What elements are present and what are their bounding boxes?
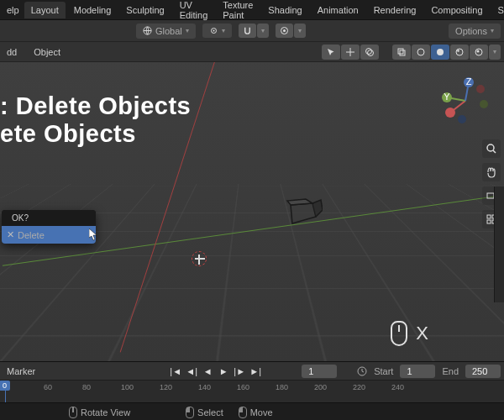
tab-uv-editing[interactable]: UV Editing — [173, 0, 215, 24]
snap-toggle[interactable] — [239, 24, 256, 38]
jump-start-button[interactable]: |◄ — [168, 365, 183, 378]
play-reverse-button[interactable]: ◄ — [200, 365, 215, 378]
shading-wireframe[interactable] — [412, 45, 430, 60]
menu-object[interactable]: Object — [30, 45, 64, 59]
show-gizmo-toggle[interactable] — [341, 45, 360, 60]
tab-shading[interactable]: Shading — [261, 2, 308, 18]
hint-move: Move — [239, 407, 273, 418]
cursor-icon — [326, 47, 336, 57]
camera-object[interactable] — [284, 198, 323, 230]
tab-sculpting[interactable]: Sculpting — [119, 2, 171, 18]
keyframe-prev-button[interactable]: ◄| — [184, 365, 199, 378]
svg-point-26 — [458, 115, 466, 123]
shading-rendered[interactable] — [470, 45, 488, 60]
svg-point-15 — [477, 50, 480, 52]
pan-icon-button[interactable] — [482, 163, 501, 181]
svg-point-13 — [457, 50, 459, 52]
mouse-left-icon — [186, 407, 194, 418]
svg-point-11 — [437, 49, 444, 55]
menu-help[interactable]: elp — [3, 3, 23, 17]
key-label: X — [416, 323, 428, 344]
tab-texture-paint[interactable]: Texture Paint — [216, 0, 260, 24]
end-label: End — [442, 366, 459, 376]
confirm-delete-button[interactable]: ✕ Delete — [2, 226, 96, 244]
svg-point-3 — [213, 30, 214, 32]
svg-point-5 — [283, 29, 286, 32]
viewport-header: Global▾ ▾ ▾ ▾ Options ▾ — [0, 20, 504, 42]
shading-solid[interactable] — [431, 45, 449, 60]
keyframe-next-button[interactable]: |► — [232, 365, 247, 378]
workspace-tabs-bar: elp Layout Modeling Sculpting UV Editing… — [0, 0, 504, 20]
tab-compositing[interactable]: Compositing — [424, 2, 489, 18]
status-bar: Rotate View Select Move — [0, 402, 504, 420]
tick: 160 — [237, 383, 249, 391]
svg-point-6 — [366, 48, 372, 54]
tab-animation[interactable]: Animation — [311, 2, 365, 18]
playhead[interactable] — [5, 381, 6, 402]
pivot-icon — [209, 26, 218, 35]
3d-cursor — [192, 251, 207, 266]
zoom-icon-button[interactable] — [482, 139, 501, 158]
transform-orientation-dropdown[interactable]: Global▾ — [136, 24, 196, 39]
svg-point-24 — [476, 85, 485, 93]
svg-text:Y: Y — [444, 92, 450, 102]
menu-add[interactable]: dd — [3, 45, 20, 59]
tick: 80 — [82, 383, 91, 391]
confirm-title: OK? — [2, 210, 96, 226]
tick: 60 — [44, 383, 52, 391]
shading-dropdown[interactable]: ▾ — [489, 45, 501, 60]
timeline-header: Marker |◄ ◄| ◄ ► |► ►| 1 Start 1 End 250 — [0, 362, 504, 381]
tick: 240 — [391, 383, 404, 391]
material-icon — [454, 47, 465, 57]
tab-scripting[interactable]: Scripting — [491, 2, 504, 18]
end-frame-field[interactable]: 250 — [465, 365, 501, 378]
rendered-icon — [474, 47, 484, 57]
svg-rect-31 — [487, 220, 491, 223]
selectability-toggle[interactable] — [322, 45, 340, 60]
svg-rect-29 — [487, 215, 491, 218]
close-icon: ✕ — [7, 229, 14, 240]
svg-point-27 — [487, 144, 494, 151]
magnet-icon — [243, 26, 252, 35]
proportional-edit-toggle[interactable] — [276, 24, 293, 38]
timeline-panel: Marker |◄ ◄| ◄ ► |► ►| 1 Start 1 End 250… — [0, 361, 504, 420]
gizmo-icon — [345, 47, 355, 57]
mouse-middle-icon — [69, 407, 77, 418]
svg-rect-8 — [398, 49, 403, 54]
svg-point-23 — [445, 108, 455, 118]
globe-icon — [143, 26, 152, 35]
start-label: Start — [374, 366, 393, 376]
proportional-icon — [280, 26, 289, 35]
tab-layout[interactable]: Layout — [24, 2, 66, 18]
play-button[interactable]: ► — [216, 365, 231, 378]
xray-toggle[interactable] — [392, 45, 411, 60]
start-frame-field[interactable]: 1 — [400, 365, 435, 378]
tick: 140 — [198, 383, 211, 391]
caption-line-2: ete Objects — [0, 120, 191, 148]
viewport-3d[interactable]: : Delete Objects ete Objects Z Y OK? ✕ D… — [0, 62, 504, 361]
navigation-gizmo[interactable]: Z Y — [440, 76, 491, 126]
viewport-menubar: dd Object ▾ — [0, 42, 504, 62]
svg-rect-28 — [487, 193, 494, 198]
options-dropdown[interactable]: Options ▾ — [449, 24, 501, 39]
shading-material[interactable] — [450, 45, 469, 60]
shortcut-hint: X — [391, 321, 428, 346]
solid-icon — [435, 47, 445, 57]
proportional-dropdown[interactable]: ▾ — [294, 24, 306, 38]
tick: 200 — [314, 383, 327, 391]
video-caption: : Delete Objects ete Objects — [0, 92, 191, 149]
confirm-delete-popup: OK? ✕ Delete — [2, 210, 96, 244]
show-overlays-toggle[interactable] — [360, 45, 379, 60]
menu-marker[interactable]: Marker — [3, 365, 39, 378]
tick: 220 — [353, 383, 365, 391]
tab-rendering[interactable]: Rendering — [367, 2, 423, 18]
svg-rect-9 — [400, 50, 405, 55]
tab-modeling[interactable]: Modeling — [67, 2, 118, 18]
jump-end-button[interactable]: ►| — [248, 365, 263, 378]
pivot-dropdown[interactable]: ▾ — [202, 24, 232, 38]
timeline-track[interactable]: 60 80 100 120 140 160 180 200 220 240 — [0, 381, 504, 402]
snap-dropdown[interactable]: ▾ — [257, 24, 269, 38]
overlays-icon — [365, 47, 375, 57]
current-frame-field[interactable]: 1 — [302, 365, 337, 378]
outliner-edge[interactable] — [494, 186, 504, 302]
